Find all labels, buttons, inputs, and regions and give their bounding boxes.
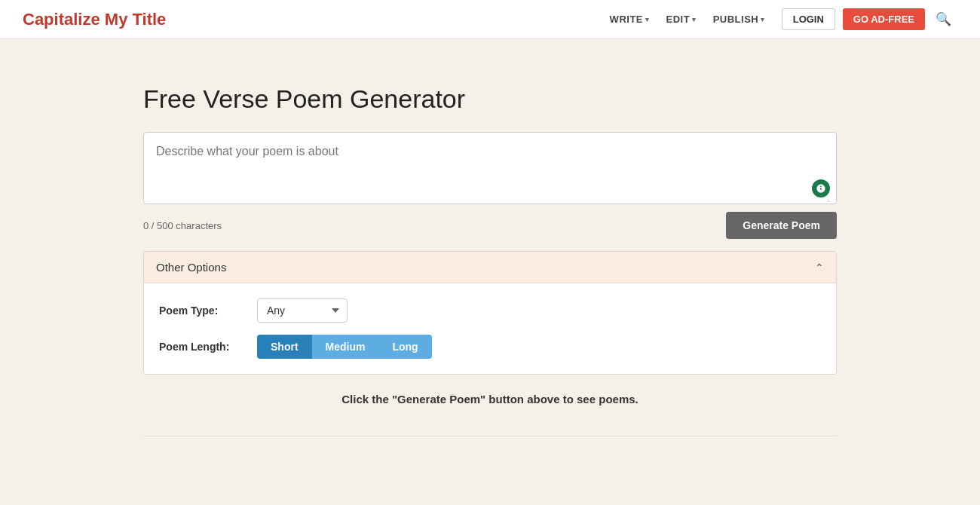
search-icon: 🔍	[936, 12, 951, 26]
resize-handle[interactable]: ⌞	[827, 194, 835, 202]
bottom-divider	[143, 436, 837, 436]
poem-type-label: Poem Type:	[159, 305, 242, 317]
length-medium-button[interactable]: Medium	[312, 335, 379, 359]
other-options-body: Poem Type: Any Haiku Sonnet Limerick Bal…	[144, 283, 836, 374]
logo-text-mytitle: My Title	[105, 10, 167, 29]
poem-type-row: Poem Type: Any Haiku Sonnet Limerick Bal…	[159, 298, 821, 323]
chevron-down-icon: ▾	[645, 16, 650, 23]
grammarly-svg	[816, 183, 826, 194]
page-title: Free Verse Poem Generator	[143, 84, 837, 114]
generate-poem-button[interactable]: Generate Poem	[726, 212, 837, 239]
nav-publish[interactable]: PUBLISH ▾	[707, 9, 771, 29]
logo-text-capitalize: Capitalize	[23, 10, 105, 29]
chevron-down-icon: ▾	[761, 16, 765, 23]
poem-input-wrapper: ⌞	[143, 132, 837, 204]
nav-edit[interactable]: EDIT ▾	[660, 9, 703, 29]
chevron-up-icon: ⌃	[815, 262, 824, 274]
poem-description-input[interactable]	[144, 133, 836, 200]
poem-length-label: Poem Length:	[159, 341, 242, 353]
poem-type-select[interactable]: Any Haiku Sonnet Limerick Ballad	[257, 298, 348, 323]
poem-length-row: Poem Length: Short Medium Long	[159, 335, 821, 359]
other-options-panel: Other Options ⌃ Poem Type: Any Haiku Son…	[143, 251, 837, 375]
site-logo[interactable]: Capitalize My Title	[23, 10, 166, 29]
other-options-label: Other Options	[156, 261, 226, 274]
other-options-header[interactable]: Other Options ⌃	[144, 252, 836, 283]
search-button[interactable]: 🔍	[929, 8, 957, 30]
go-ad-free-button[interactable]: GO AD-FREE	[843, 8, 925, 30]
length-long-button[interactable]: Long	[378, 335, 431, 359]
chevron-down-icon: ▾	[692, 16, 697, 23]
poem-length-btn-group: Short Medium Long	[257, 335, 432, 359]
nav-write[interactable]: WRITE ▾	[604, 9, 656, 29]
login-button[interactable]: LOGIN	[782, 8, 835, 30]
char-count: 0 / 500 characters	[143, 220, 222, 231]
footer-hint: Click the "Generate Poem" button above t…	[143, 393, 837, 406]
main-nav: WRITE ▾ EDIT ▾ PUBLISH ▾ LOGIN GO AD-FRE…	[604, 8, 957, 30]
footer-hint-text: Click the "Generate Poem" button above t…	[341, 393, 639, 406]
length-short-button[interactable]: Short	[257, 335, 312, 359]
char-count-row: 0 / 500 characters Generate Poem	[143, 212, 837, 239]
